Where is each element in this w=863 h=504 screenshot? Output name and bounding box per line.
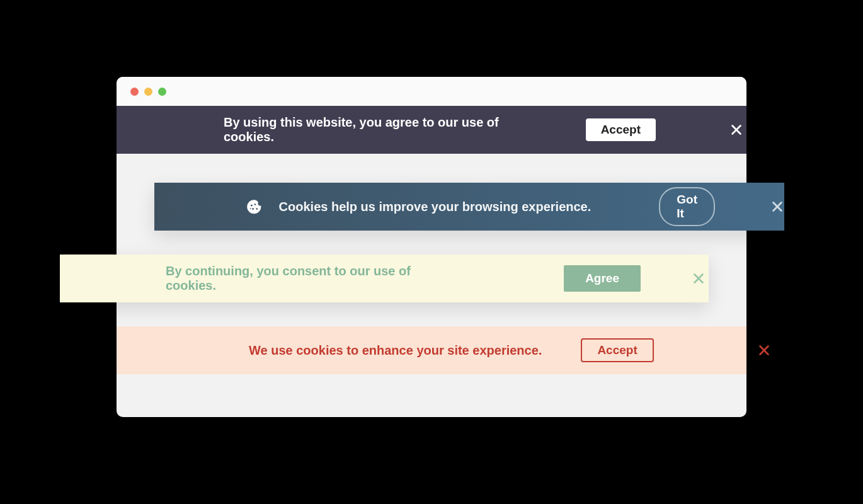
accept-button[interactable]: Accept: [581, 338, 653, 362]
close-icon[interactable]: [770, 197, 784, 217]
svg-point-5: [256, 208, 258, 210]
close-window-dot[interactable]: [130, 88, 139, 96]
zoom-window-dot[interactable]: [158, 88, 166, 96]
cookie-banner-slate: Cookies help us improve your browsing ex…: [154, 183, 784, 231]
close-icon[interactable]: [757, 340, 771, 360]
browser-window: By using this website, you agree to our …: [117, 77, 746, 417]
window-controls: [130, 88, 166, 96]
cookie-message: By using this website, you agree to our …: [224, 115, 523, 144]
agree-button[interactable]: Agree: [564, 265, 641, 292]
svg-point-4: [252, 208, 254, 210]
close-icon[interactable]: [726, 120, 746, 140]
svg-point-2: [251, 204, 253, 206]
accept-button[interactable]: Accept: [586, 118, 656, 141]
cookie-icon: [246, 193, 263, 220]
got-it-button[interactable]: Got It: [659, 187, 715, 226]
svg-point-6: [250, 208, 251, 209]
cookie-message: We use cookies to enhance your site expe…: [249, 343, 542, 358]
cookie-message: Cookies help us improve your browsing ex…: [279, 200, 592, 214]
cookie-banner-peach: We use cookies to enhance your site expe…: [117, 326, 746, 374]
cookie-banner-cream: By continuing, you consent to our use of…: [60, 255, 709, 302]
cookie-message: By continuing, you consent to our use of…: [166, 264, 439, 293]
svg-point-3: [254, 203, 256, 205]
minimize-window-dot[interactable]: [144, 88, 152, 96]
close-icon[interactable]: [689, 268, 709, 289]
cookie-banner-dark: By using this website, you agree to our …: [117, 106, 746, 154]
window-titlebar: [117, 77, 746, 106]
